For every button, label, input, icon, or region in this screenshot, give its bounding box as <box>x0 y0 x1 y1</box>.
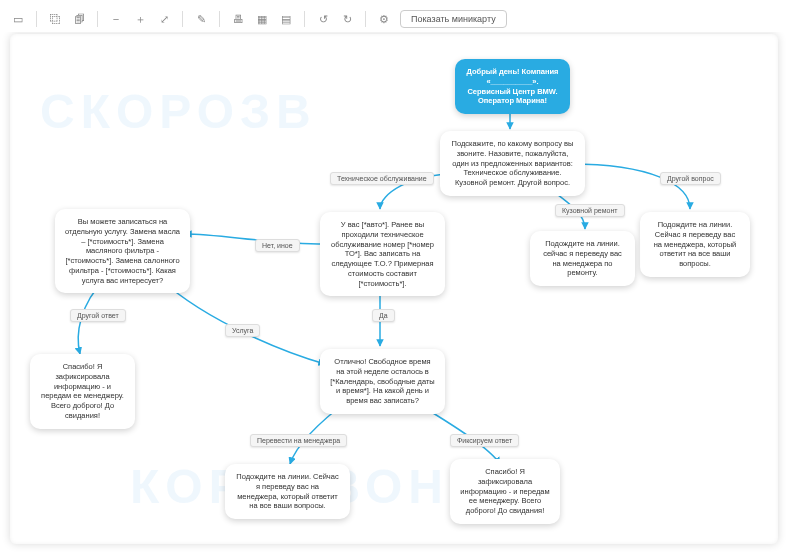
toolbar: ▭ ⿻ 🗐 − ＋ ⤢ ✎ 🖶 ▦ ▤ ↺ ↻ ⚙ Показать миник… <box>0 6 788 32</box>
node-root[interactable]: Добрый день! Компания «__________». Серв… <box>455 59 570 114</box>
undo-icon[interactable]: ↺ <box>313 9 333 29</box>
zoom-out-icon[interactable]: − <box>106 9 126 29</box>
node-services[interactable]: Вы можете записаться на отдельную услугу… <box>55 209 190 293</box>
layout2-icon[interactable]: ▤ <box>276 9 296 29</box>
node-thanks2[interactable]: Спасибо! Я зафиксировала информацию - и … <box>450 459 560 524</box>
zoom-in-icon[interactable]: ＋ <box>130 9 150 29</box>
print-icon[interactable]: 🖶 <box>228 9 248 29</box>
edit-icon[interactable]: ✎ <box>191 9 211 29</box>
edge-label-yes: Да <box>372 309 395 322</box>
node-schedule[interactable]: Отлично! Свободное время на этой неделе … <box>320 349 445 414</box>
redo-icon[interactable]: ↻ <box>337 9 357 29</box>
node-body-repair[interactable]: Подождите на линии. сейчас я переведу ва… <box>530 231 635 286</box>
node-to[interactable]: У вас [*авто*]. Ранее вы проходили техни… <box>320 212 445 296</box>
edge-label-other: Другой вопрос <box>660 172 721 185</box>
show-minimap-button[interactable]: Показать миникарту <box>400 10 507 28</box>
edge-label-service: Услуга <box>225 324 260 337</box>
settings-icon[interactable]: ⚙ <box>374 9 394 29</box>
edge-label-fix-ans: Фиксируем ответ <box>450 434 519 447</box>
copy-icon[interactable]: ⿻ <box>45 9 65 29</box>
node-question[interactable]: Подскажите, по какому вопросу вы звоните… <box>440 131 585 196</box>
edge-label-to-mgr: Перевести на менеджера <box>250 434 347 447</box>
paste-icon[interactable]: 🗐 <box>69 9 89 29</box>
node-to-manager[interactable]: Подождите на линии. Сейчас я переведу ва… <box>225 464 350 519</box>
edge-label-tech: Техническое обслуживание <box>330 172 434 185</box>
edge-label-no-other: Нет, иное <box>255 239 300 252</box>
layout-icon[interactable]: ▦ <box>252 9 272 29</box>
edge-label-body: Кузовной ремонт <box>555 204 625 217</box>
fit-icon[interactable]: ⤢ <box>154 9 174 29</box>
node-other-question[interactable]: Подождите на линии. Сейчас я переведу ва… <box>640 212 750 277</box>
node-thanks[interactable]: Спасибо! Я зафиксировала информацию - и … <box>30 354 135 429</box>
tool-icon[interactable]: ▭ <box>8 9 28 29</box>
diagram-canvas[interactable]: СКОРОЗВ КОРОЗВОН <box>10 34 778 544</box>
edge-label-other-ans: Другой ответ <box>70 309 126 322</box>
